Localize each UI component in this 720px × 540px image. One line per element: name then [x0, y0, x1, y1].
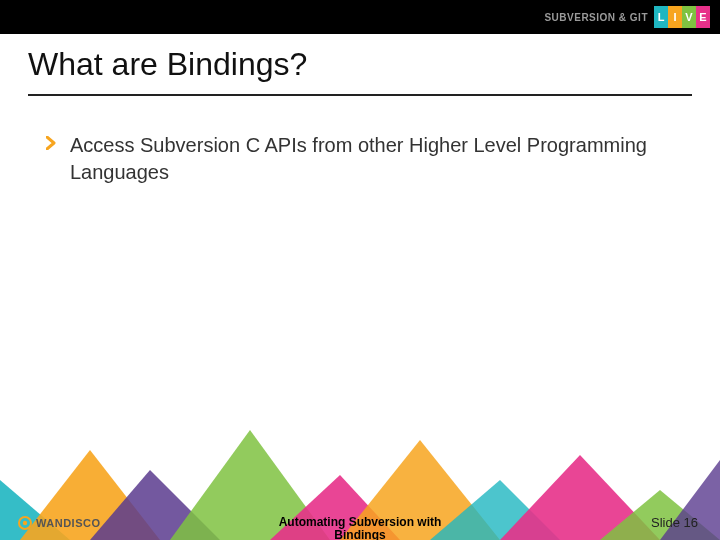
- page-title: What are Bindings?: [28, 46, 307, 83]
- brand-text: SUBVERSION & GIT: [544, 12, 648, 23]
- live-badge: L I V E: [654, 6, 710, 28]
- event-logo: SUBVERSION & GIT L I V E: [544, 6, 710, 28]
- company-name: WANDISCO: [36, 517, 101, 529]
- bullet-text: Access Subversion C APIs from other High…: [70, 132, 680, 186]
- presentation-title-line2: Bindings: [334, 528, 385, 540]
- svg-point-11: [23, 521, 27, 525]
- svg-marker-0: [0, 480, 70, 540]
- svg-marker-2: [90, 470, 220, 540]
- presentation-title-line1: Automating Subversion with: [279, 515, 442, 529]
- title-underline: [28, 94, 692, 96]
- live-letter: E: [696, 6, 710, 28]
- wandisco-mark-icon: [18, 516, 32, 530]
- content-area: Access Subversion C APIs from other High…: [46, 132, 680, 186]
- presentation-title: Automating Subversion with Bindings: [230, 516, 490, 540]
- company-logo: WANDISCO: [18, 516, 101, 530]
- live-letter: L: [654, 6, 668, 28]
- live-letter: V: [682, 6, 696, 28]
- bullet-item: Access Subversion C APIs from other High…: [46, 132, 680, 186]
- slide-number: Slide 16: [651, 515, 698, 530]
- live-letter: I: [668, 6, 682, 28]
- svg-marker-7: [500, 455, 660, 540]
- slide: SUBVERSION & GIT L I V E What are Bindin…: [0, 0, 720, 540]
- top-bar: SUBVERSION & GIT L I V E: [0, 0, 720, 34]
- chevron-right-icon: [46, 136, 58, 150]
